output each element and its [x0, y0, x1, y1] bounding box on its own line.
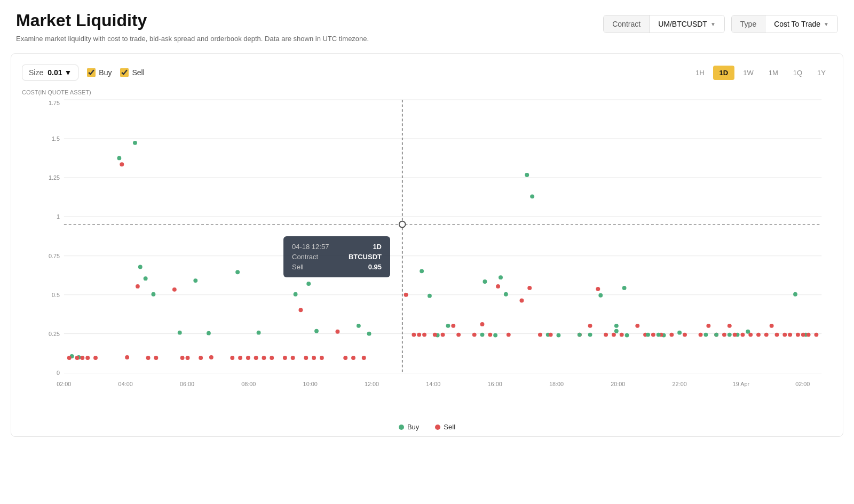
svg-point-157	[622, 286, 627, 290]
svg-point-79	[180, 356, 185, 360]
svg-text:0.75: 0.75	[49, 253, 60, 259]
svg-text:1: 1	[57, 213, 60, 220]
svg-point-142	[796, 333, 800, 337]
contract-dropdown-group[interactable]: Contract UM/BTCUSDT ▼	[603, 15, 725, 33]
chart-controls-left: Size 0.01 ▼ Buy Sell	[22, 65, 145, 81]
size-value: 0.01 ▼	[48, 68, 72, 77]
svg-point-90	[291, 356, 295, 360]
buy-checkbox-item[interactable]: Buy	[87, 68, 112, 77]
svg-point-37	[144, 276, 148, 281]
svg-point-99	[404, 293, 408, 297]
svg-text:1.75: 1.75	[49, 100, 60, 106]
type-dropdown-group[interactable]: Type Cost To Trade ▼	[731, 15, 838, 33]
svg-point-155	[525, 173, 529, 177]
svg-point-59	[598, 293, 603, 298]
time-btn-1m[interactable]: 1M	[762, 66, 785, 80]
checkbox-group: Buy Sell	[87, 68, 144, 77]
svg-point-69	[75, 356, 80, 360]
sell-label[interactable]: Sell	[132, 68, 144, 77]
legend-sell: Sell	[435, 423, 455, 431]
svg-point-86	[254, 356, 258, 360]
svg-point-34	[117, 156, 121, 160]
buy-label[interactable]: Buy	[99, 68, 112, 77]
svg-point-35	[133, 141, 137, 145]
svg-point-50	[428, 294, 432, 298]
svg-point-135	[748, 333, 753, 337]
svg-point-146	[480, 333, 485, 337]
page-subtitle: Examine market liquidity with cost to tr…	[16, 35, 369, 43]
svg-point-73	[120, 162, 124, 166]
svg-point-81	[199, 356, 203, 360]
svg-point-134	[740, 333, 745, 337]
svg-point-148	[578, 333, 582, 337]
svg-point-109	[488, 333, 492, 337]
svg-point-80	[186, 356, 190, 360]
svg-text:02:00: 02:00	[795, 381, 810, 387]
svg-point-39	[178, 331, 182, 335]
svg-point-82	[209, 355, 213, 359]
svg-point-114	[538, 333, 542, 337]
legend-sell-dot	[435, 425, 440, 430]
svg-point-152	[703, 333, 708, 337]
svg-point-49	[420, 269, 424, 273]
sell-checkbox-item[interactable]: Sell	[120, 68, 144, 77]
svg-point-124	[651, 333, 655, 337]
svg-point-44	[294, 292, 298, 297]
svg-point-75	[136, 284, 140, 289]
time-btn-1d[interactable]: 1D	[713, 66, 735, 80]
svg-point-150	[646, 333, 650, 337]
svg-point-77	[154, 356, 158, 360]
svg-text:02:00: 02:00	[57, 381, 71, 387]
y-axis-label: COST(IN QUOTE ASSET)	[22, 89, 832, 95]
svg-point-112	[519, 299, 524, 303]
svg-point-41	[207, 331, 211, 335]
legend-buy-dot	[399, 425, 404, 430]
svg-point-153	[714, 333, 718, 337]
svg-point-149	[588, 333, 592, 337]
chart-svg: 0 0.25 0.5 0.75 1 1.25 1.5 1.75 02:00 04…	[22, 98, 832, 396]
svg-point-78	[172, 287, 177, 292]
svg-text:19 Apr: 19 Apr	[733, 381, 750, 387]
svg-point-126	[669, 333, 674, 337]
legend-sell-label: Sell	[444, 423, 455, 431]
time-btn-1y[interactable]: 1Y	[811, 66, 832, 80]
svg-point-113	[527, 286, 532, 290]
size-control[interactable]: Size 0.01 ▼	[22, 65, 78, 81]
type-dropdown-value[interactable]: Cost To Trade ▼	[765, 15, 837, 33]
svg-point-103	[433, 333, 437, 337]
svg-point-68	[67, 356, 72, 360]
chart-container: Size 0.01 ▼ Buy Sell 1H1D1W1M1Q1Y COST(I…	[11, 53, 843, 437]
svg-point-106	[456, 333, 461, 337]
size-label: Size	[29, 68, 43, 77]
svg-text:20:00: 20:00	[611, 381, 625, 387]
size-arrow: ▼	[64, 68, 72, 77]
svg-point-94	[320, 356, 324, 360]
svg-text:18:00: 18:00	[549, 381, 564, 387]
contract-dropdown-label: Contract	[604, 15, 650, 33]
legend-buy: Buy	[399, 423, 419, 431]
contract-dropdown-value[interactable]: UM/BTCUSDT ▼	[650, 15, 724, 33]
svg-point-101	[417, 333, 421, 337]
svg-text:08:00: 08:00	[241, 381, 256, 387]
svg-point-38	[151, 292, 155, 297]
svg-point-85	[246, 356, 250, 360]
time-btn-1q[interactable]: 1Q	[787, 66, 809, 80]
sell-checkbox[interactable]	[120, 68, 129, 77]
svg-point-128	[699, 333, 703, 337]
svg-point-60	[614, 329, 619, 333]
svg-point-127	[683, 333, 687, 337]
legend-buy-label: Buy	[407, 423, 419, 431]
svg-point-53	[483, 279, 487, 284]
time-btn-1w[interactable]: 1W	[737, 66, 760, 80]
svg-point-151	[657, 333, 661, 337]
type-dropdown-arrow: ▼	[824, 21, 829, 27]
svg-point-55	[504, 292, 508, 297]
svg-point-63	[677, 331, 682, 335]
svg-text:1.25: 1.25	[49, 174, 60, 181]
buy-checkbox[interactable]	[87, 68, 96, 77]
svg-point-76	[146, 356, 151, 360]
time-btn-1h[interactable]: 1H	[689, 66, 711, 80]
svg-point-52	[446, 324, 450, 328]
svg-point-83	[230, 356, 234, 360]
svg-point-104	[441, 333, 445, 337]
